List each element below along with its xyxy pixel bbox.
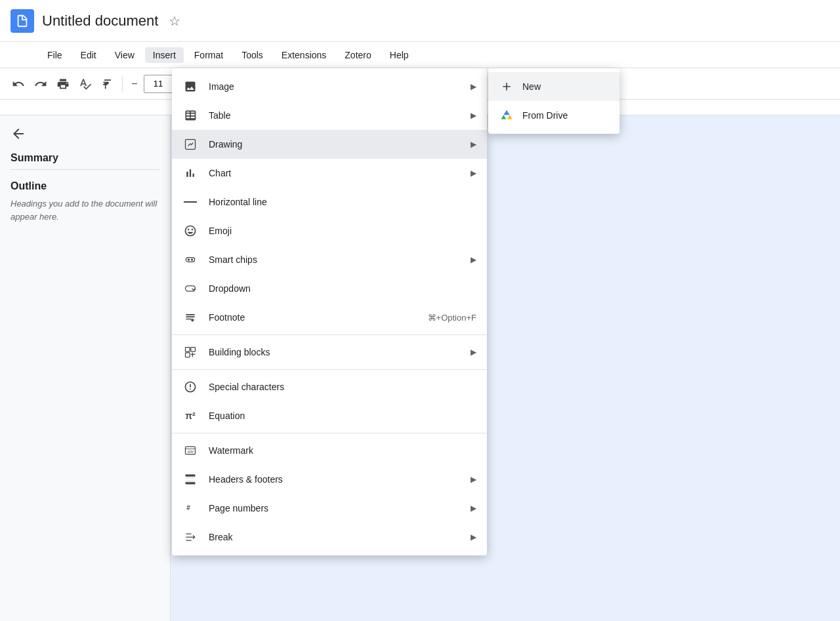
print-button[interactable]: [52, 73, 74, 94]
insert-dropdown[interactable]: Dropdown: [172, 274, 487, 303]
insert-equation[interactable]: π² Equation: [172, 401, 487, 430]
svg-rect-8: [186, 353, 190, 357]
svg-rect-7: [191, 348, 196, 352]
insert-watermark[interactable]: WM Watermark: [172, 436, 487, 465]
drawing-submenu-container: New From Drive: [488, 68, 620, 134]
drawing-from-drive-item[interactable]: From Drive: [488, 101, 620, 130]
sidebar-summary-title: Summary: [10, 152, 159, 164]
insert-footnote[interactable]: Footnote ⌘+Option+F: [172, 303, 487, 332]
insert-emoji[interactable]: Emoji: [172, 216, 487, 245]
insert-building-blocks[interactable]: Building blocks ▶: [172, 338, 487, 367]
sidebar: Summary Outline Headings you add to the …: [0, 115, 171, 621]
insert-horizontal-line-label: Horizontal line: [209, 197, 476, 207]
svg-rect-2: [186, 258, 194, 262]
break-icon: [182, 529, 198, 545]
insert-page-numbers[interactable]: # Page numbers ▶: [172, 494, 487, 523]
insert-smart-chips-label: Smart chips: [209, 254, 465, 265]
drive-icon: [499, 108, 514, 123]
footnote-shortcut: ⌘+Option+F: [428, 313, 476, 323]
insert-horizontal-line[interactable]: Horizontal line: [172, 188, 487, 216]
svg-point-3: [188, 258, 190, 260]
page-numbers-icon: #: [182, 500, 198, 516]
equation-icon: π²: [182, 408, 198, 424]
insert-drawing[interactable]: Drawing ▶: [172, 130, 487, 159]
insert-footnote-label: Footnote: [209, 312, 428, 323]
building-blocks-arrow: ▶: [471, 348, 476, 357]
watermark-icon: WM: [182, 443, 198, 458]
svg-rect-11: [186, 475, 196, 477]
insert-table[interactable]: Table ▶: [172, 101, 487, 130]
dropdown-icon: [182, 281, 198, 296]
insert-dropdown: Image ▶ Table ▶ Drawing ▶ Chart ▶: [172, 68, 487, 555]
menu-divider-1: [172, 334, 487, 335]
sidebar-summary-section: Summary: [10, 152, 159, 170]
insert-smart-chips[interactable]: Smart chips ▶: [172, 245, 487, 274]
insert-special-characters[interactable]: Special characters: [172, 372, 487, 401]
sidebar-back-button[interactable]: [10, 126, 159, 142]
insert-break[interactable]: Break ▶: [172, 523, 487, 551]
sidebar-divider: [10, 169, 159, 170]
svg-rect-12: [186, 482, 196, 484]
drawing-icon: [182, 136, 198, 152]
sidebar-outline-title: Outline: [10, 180, 159, 192]
drawing-submenu: New From Drive: [488, 68, 620, 134]
menu-bar: File Edit View Insert Format Tools Exten…: [0, 42, 840, 68]
table-arrow: ▶: [471, 111, 476, 120]
insert-headers-footers-label: Headers & footers: [209, 474, 465, 485]
new-icon: [499, 79, 514, 94]
insert-emoji-label: Emoji: [209, 226, 476, 236]
insert-chart[interactable]: Chart ▶: [172, 159, 487, 188]
insert-image[interactable]: Image ▶: [172, 72, 487, 101]
insert-table-label: Table: [209, 110, 465, 121]
image-arrow: ▶: [471, 82, 476, 91]
drawing-new-label: New: [522, 81, 541, 92]
special-characters-icon: [182, 379, 198, 395]
font-size-input[interactable]: [144, 75, 173, 93]
menu-tools[interactable]: Tools: [234, 47, 271, 63]
svg-text:WM: WM: [188, 450, 194, 454]
insert-headers-footers[interactable]: Headers & footers ▶: [172, 465, 487, 494]
menu-divider-2: [172, 369, 487, 370]
menu-divider-3: [172, 433, 487, 433]
document-title[interactable]: Untitled document: [42, 12, 158, 30]
menu-zotero[interactable]: Zotero: [337, 47, 379, 63]
horizontal-line-icon: [182, 194, 198, 210]
insert-watermark-label: Watermark: [209, 445, 476, 456]
insert-chart-label: Chart: [209, 168, 465, 178]
toolbar-separator-1: [122, 76, 123, 92]
insert-dropdown-label: Dropdown: [209, 283, 476, 294]
star-icon[interactable]: ☆: [169, 13, 180, 29]
font-size-decrease[interactable]: −: [127, 75, 142, 93]
svg-point-4: [191, 258, 193, 260]
insert-building-blocks-label: Building blocks: [209, 347, 465, 357]
menu-insert[interactable]: Insert: [145, 47, 184, 63]
drawing-arrow: ▶: [471, 140, 476, 149]
headers-footers-icon: [182, 471, 198, 487]
drawing-from-drive-label: From Drive: [522, 110, 568, 121]
page-numbers-arrow: ▶: [471, 504, 476, 513]
menu-extensions[interactable]: Extensions: [274, 47, 334, 63]
drawing-new-item[interactable]: New: [488, 72, 620, 101]
insert-break-label: Break: [209, 532, 465, 542]
menu-view[interactable]: View: [107, 47, 142, 63]
table-icon: [182, 108, 198, 123]
spellcheck-button[interactable]: [75, 73, 96, 94]
insert-equation-label: Equation: [209, 411, 476, 421]
paint-format-button[interactable]: [97, 73, 118, 94]
insert-drawing-label: Drawing: [209, 139, 465, 150]
smart-chips-icon: [182, 252, 198, 268]
redo-button[interactable]: [30, 73, 51, 94]
svg-rect-6: [186, 348, 190, 352]
menu-file[interactable]: File: [39, 47, 70, 63]
chart-arrow: ▶: [471, 169, 476, 178]
undo-button[interactable]: [8, 73, 29, 94]
break-arrow: ▶: [471, 532, 476, 542]
title-bar: Untitled document ☆: [0, 0, 840, 42]
menu-edit[interactable]: Edit: [73, 47, 104, 63]
menu-help[interactable]: Help: [382, 47, 417, 63]
sidebar-outline-text: Headings you add to the document will ap…: [10, 197, 159, 223]
building-blocks-icon: [182, 344, 198, 360]
menu-format[interactable]: Format: [186, 47, 231, 63]
emoji-icon: [182, 223, 198, 239]
sidebar-outline-section: Outline Headings you add to the document…: [10, 180, 159, 223]
